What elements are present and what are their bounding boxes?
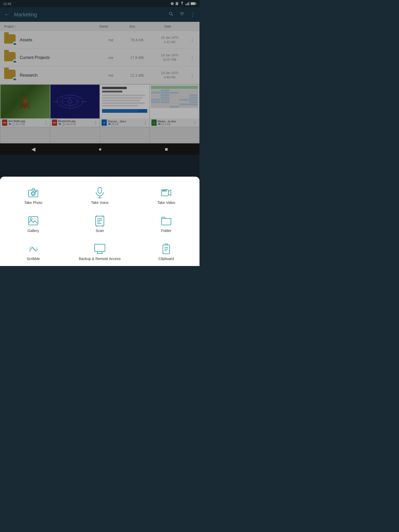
take-photo-button[interactable]: Take Photo	[0, 182, 66, 210]
svg-rect-49	[165, 190, 167, 191]
video-icon	[161, 187, 172, 198]
svg-line-59	[102, 251, 102, 254]
monitor-icon	[94, 243, 105, 255]
backup-remote-label: Backup & Remote Access	[79, 257, 121, 261]
take-video-button[interactable]: Take Video	[133, 182, 200, 210]
clipboard-icon	[161, 243, 172, 255]
svg-rect-57	[95, 244, 105, 251]
gallery-button[interactable]: Gallery	[0, 210, 66, 238]
clipboard-label: Clipboard	[158, 257, 174, 261]
take-photo-label: Take Photo	[24, 201, 42, 205]
scan-button[interactable]: Scan	[66, 210, 133, 238]
svg-rect-47	[162, 190, 163, 191]
scribble-icon	[28, 243, 39, 255]
microphone-icon	[94, 187, 105, 198]
scribble-button[interactable]: Scribble	[0, 238, 66, 266]
folder-btn-icon	[161, 215, 172, 227]
folder-button[interactable]: Folder	[133, 210, 200, 238]
take-voice-button[interactable]: Take Voice	[66, 182, 133, 210]
clipboard-button[interactable]: Clipboard	[133, 238, 200, 266]
svg-point-41	[32, 192, 35, 195]
folder-label: Folder	[161, 229, 171, 233]
svg-rect-52	[96, 216, 104, 226]
scan-label: Scan	[96, 229, 104, 233]
bottom-sheet-grid: Take Photo Take Voice	[0, 182, 200, 266]
svg-rect-48	[164, 190, 165, 191]
gallery-icon	[28, 215, 39, 227]
take-voice-label: Take Voice	[91, 201, 109, 205]
scribble-label: Scribble	[27, 257, 40, 261]
take-video-label: Take Video	[157, 201, 175, 205]
svg-rect-42	[35, 191, 37, 192]
backup-remote-button[interactable]: Backup & Remote Access	[66, 238, 133, 266]
svg-rect-50	[29, 217, 38, 225]
bottom-sheet: Take Photo Take Voice	[0, 177, 200, 266]
camera-icon	[28, 187, 39, 198]
svg-rect-43	[98, 188, 102, 193]
svg-point-51	[30, 218, 32, 220]
gallery-label: Gallery	[28, 229, 39, 233]
scan-icon	[94, 215, 105, 227]
svg-line-58	[97, 251, 98, 254]
